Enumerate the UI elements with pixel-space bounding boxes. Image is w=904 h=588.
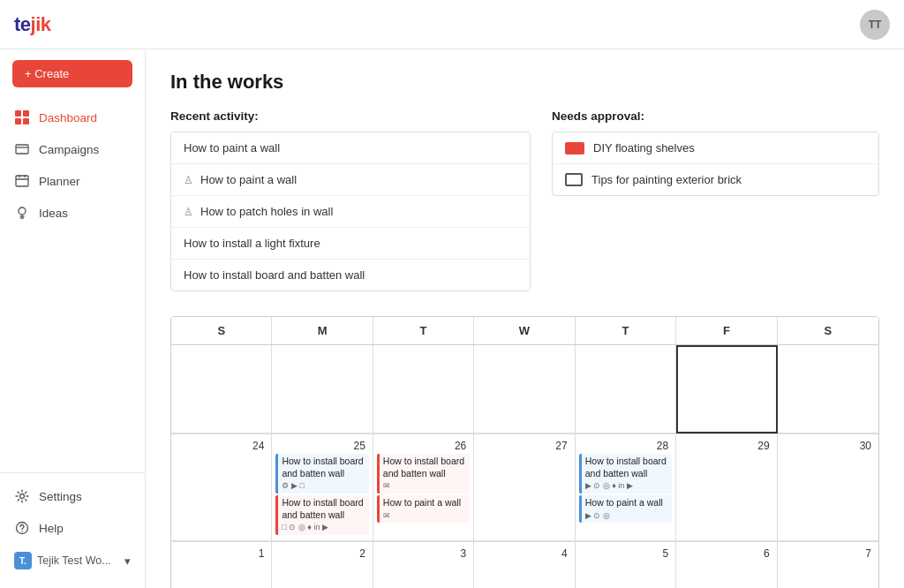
planner-icon: [14, 173, 30, 189]
sidebar-item-planner[interactable]: Planner: [0, 165, 145, 197]
cal-date: 3: [377, 546, 470, 562]
cal-cell[interactable]: 25 How to install board and batten wall …: [272, 434, 373, 541]
calendar-week-3: 1 2 3 4 5 6 7: [171, 542, 878, 588]
svg-point-4: [17, 523, 28, 534]
cal-cell-today[interactable]: [676, 345, 777, 433]
list-item[interactable]: How to paint a wall: [171, 132, 530, 164]
calendar-week-2: 24 25 How to install board and batten wa…: [171, 434, 878, 542]
ideas-icon: [14, 205, 30, 221]
cal-cell[interactable]: 28 How to install board and batten wall …: [576, 434, 676, 541]
cal-cell[interactable]: 1: [171, 542, 272, 588]
cal-event-icons: ▶ ⊙ ◎ ♦ in ▶: [585, 481, 668, 492]
svg-point-3: [20, 494, 25, 499]
list-item[interactable]: DIY floating shelves: [553, 132, 878, 164]
svg-point-2: [19, 207, 26, 215]
activity-text: How to paint a wall: [200, 173, 297, 186]
cal-cell[interactable]: [272, 345, 373, 433]
sidebar-item-help[interactable]: Help: [0, 512, 145, 544]
sidebar-item-settings[interactable]: Settings: [0, 480, 145, 512]
cal-event[interactable]: How to install board and batten wall □ ⊙…: [275, 495, 368, 535]
calendar-week-1: [171, 345, 878, 434]
topbar: tejik TT: [0, 0, 904, 49]
list-item[interactable]: Tips for painting exterior brick: [553, 164, 878, 195]
cal-cell[interactable]: 24: [171, 434, 272, 541]
content-area: In the works Recent activity: How to pai…: [146, 49, 904, 588]
dashboard-icon: [14, 109, 30, 125]
cal-cell[interactable]: [474, 345, 575, 433]
cal-event-icons: ▶ ⊙ ◎: [585, 511, 668, 522]
list-item[interactable]: How to install a light fixture: [171, 228, 530, 260]
pin-icon: ♙: [184, 174, 193, 186]
cal-cell[interactable]: [778, 345, 878, 433]
cal-event-icons: ✉: [383, 481, 466, 492]
list-item[interactable]: ♙ How to paint a wall: [171, 164, 530, 196]
cal-cell[interactable]: 3: [373, 542, 474, 588]
cal-cell[interactable]: 26 How to install board and batten wall …: [373, 434, 474, 541]
cal-date: 26: [377, 438, 470, 454]
cal-cell[interactable]: 6: [676, 542, 777, 588]
cal-event-title: How to install board and batten wall: [585, 456, 668, 479]
cal-day-sun: S: [171, 317, 272, 344]
cal-cell[interactable]: 4: [474, 542, 575, 588]
sidebar-item-ideas[interactable]: Ideas: [0, 197, 145, 229]
needs-approval-label: Needs approval:: [552, 109, 879, 123]
cal-event[interactable]: How to paint a wall ▶ ⊙ ◎: [579, 495, 672, 523]
cal-date: 27: [478, 438, 570, 454]
cal-event-icons: ✉: [383, 511, 466, 522]
cal-date: 7: [781, 546, 875, 562]
sidebar-ideas-label: Ideas: [39, 207, 68, 220]
cal-cell[interactable]: [171, 345, 272, 433]
campaigns-icon: [14, 141, 30, 157]
cal-day-fri: F: [676, 317, 777, 344]
sidebar-dashboard-label: Dashboard: [39, 111, 97, 124]
cal-date: 2: [275, 546, 368, 562]
sidebar-bottom: Settings Help T. Tejik Test Wo... ▾: [0, 472, 145, 577]
cal-cell[interactable]: 2: [272, 542, 373, 588]
cal-event-title: How to install board and batten wall: [282, 497, 365, 521]
cal-event[interactable]: How to install board and batten wall ▶ ⊙…: [579, 454, 672, 494]
cal-date: 28: [579, 438, 672, 454]
help-icon: [14, 520, 30, 536]
cal-date: 24: [175, 438, 267, 454]
cal-date: 29: [680, 438, 772, 454]
cal-event[interactable]: How to paint a wall ✉: [377, 495, 470, 523]
cal-day-tue: T: [373, 317, 474, 344]
calendar: S M T W T F S 24: [170, 316, 879, 588]
cal-cell[interactable]: 27: [474, 434, 575, 541]
sidebar-planner-label: Planner: [39, 175, 80, 188]
cal-event[interactable]: How to install board and batten wall ⚙ ▶…: [275, 454, 368, 494]
logo-te: te: [14, 13, 31, 36]
list-item[interactable]: ♙ How to patch holes in wall: [171, 196, 530, 228]
workspace-row[interactable]: T. Tejik Test Wo... ▾: [0, 544, 145, 577]
avatar-button[interactable]: TT: [860, 10, 890, 40]
cal-cell[interactable]: [373, 345, 474, 433]
sidebar-item-dashboard[interactable]: Dashboard: [0, 102, 145, 133]
cal-cell[interactable]: 29: [676, 434, 777, 541]
page-title: In the works: [170, 71, 879, 94]
cal-day-wed: W: [474, 317, 575, 344]
approval-text: Tips for painting exterior brick: [591, 173, 742, 186]
sidebar-item-campaigns[interactable]: Campaigns: [0, 133, 145, 165]
approval-text: DIY floating shelves: [593, 141, 695, 155]
activity-text: How to paint a wall: [184, 141, 280, 155]
activity-text: How to install board and batten wall: [184, 268, 365, 282]
cal-cell[interactable]: [576, 345, 676, 433]
list-item[interactable]: How to install board and batten wall: [171, 260, 530, 290]
cal-date: 5: [579, 546, 672, 562]
cal-event-title: How to install board and batten wall: [282, 456, 365, 479]
cal-cell[interactable]: 7: [778, 542, 878, 588]
svg-point-5: [21, 531, 22, 531]
cal-event[interactable]: How to install board and batten wall ✉: [377, 454, 470, 494]
logo-jik: jik: [31, 13, 51, 36]
recent-activity-label: Recent activity:: [170, 109, 531, 123]
calendar-header: S M T W T F S: [171, 317, 878, 345]
cal-date: 30: [781, 438, 875, 454]
workspace-chevron: ▾: [124, 554, 131, 568]
create-button[interactable]: + Create: [12, 60, 132, 87]
cal-event-title: How to paint a wall: [383, 497, 466, 509]
cal-cell[interactable]: 5: [576, 542, 676, 588]
cal-cell[interactable]: 30: [778, 434, 878, 541]
main-layout: + Create Dashboard C: [0, 49, 904, 588]
workspace-dot: T.: [14, 552, 32, 569]
recent-activity-section: Recent activity: How to paint a wall ♙ H…: [170, 109, 531, 291]
